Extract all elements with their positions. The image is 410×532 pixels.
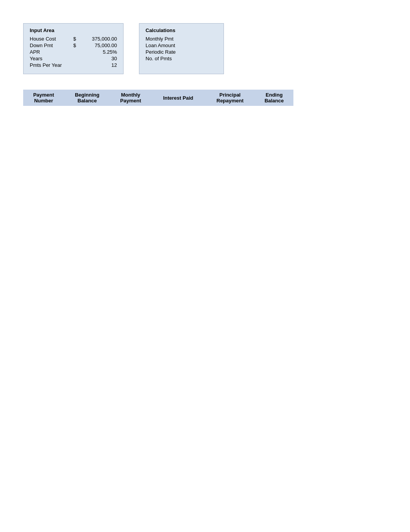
- col-header-ending-balance: Ending Balance: [255, 90, 293, 106]
- input-row-down-pmt: Down Pmt $ 75,000.00: [30, 42, 117, 49]
- calc-monthly-pmt-label: Monthly Pmt: [146, 36, 173, 42]
- years-label: Years: [30, 56, 64, 61]
- apr-value: 5.25%: [82, 49, 117, 55]
- calc-row-no-of-pmts: No. of Pmts: [146, 55, 217, 62]
- input-row-pmts-per-year: Pmts Per Year 12: [30, 62, 117, 68]
- calculations-box: Calculations Monthly Pmt Loan Amount Per…: [139, 23, 224, 74]
- table-header-row: Payment Number Beginning Balance Monthly…: [23, 90, 293, 106]
- input-area-box: Input Area House Cost $ 375,000.00 Down …: [23, 23, 124, 74]
- calc-loan-amount-label: Loan Amount: [146, 42, 175, 48]
- top-section: Input Area House Cost $ 375,000.00 Down …: [23, 23, 387, 74]
- pmts-per-year-label: Pmts Per Year: [30, 62, 64, 68]
- house-cost-value: 375,000.00: [82, 36, 117, 42]
- down-pmt-currency: $: [71, 42, 76, 48]
- calc-no-of-pmts-label: No. of Pmts: [146, 56, 172, 61]
- input-row-apr: APR 5.25%: [30, 49, 117, 55]
- down-pmt-value: 75,000.00: [82, 42, 117, 48]
- col-header-monthly-payment: Monthly Payment: [110, 90, 151, 106]
- input-row-house-cost: House Cost $ 375,000.00: [30, 36, 117, 42]
- col-header-beginning-balance: Beginning Balance: [64, 90, 110, 106]
- apr-label: APR: [30, 49, 64, 55]
- pmts-per-year-value: 12: [82, 62, 117, 68]
- col-header-interest-paid: Interest Paid: [151, 90, 205, 106]
- years-value: 30: [82, 56, 117, 61]
- calc-row-loan-amount: Loan Amount: [146, 42, 217, 49]
- col-header-principal-repayment: Principal Repayment: [205, 90, 255, 106]
- down-pmt-label: Down Pmt: [30, 42, 64, 48]
- calc-periodic-rate-label: Periodic Rate: [146, 49, 176, 55]
- house-cost-currency: $: [71, 36, 76, 42]
- calc-row-monthly-pmt: Monthly Pmt: [146, 36, 217, 42]
- house-cost-label: House Cost: [30, 36, 64, 42]
- col-header-payment-number: Payment Number: [23, 90, 64, 106]
- calculations-title: Calculations: [146, 27, 217, 33]
- input-row-years: Years 30: [30, 55, 117, 62]
- page-container: Input Area House Cost $ 375,000.00 Down …: [0, 0, 410, 129]
- amortization-table: Payment Number Beginning Balance Monthly…: [23, 90, 293, 106]
- calc-row-periodic-rate: Periodic Rate: [146, 49, 217, 55]
- input-area-title: Input Area: [30, 27, 117, 33]
